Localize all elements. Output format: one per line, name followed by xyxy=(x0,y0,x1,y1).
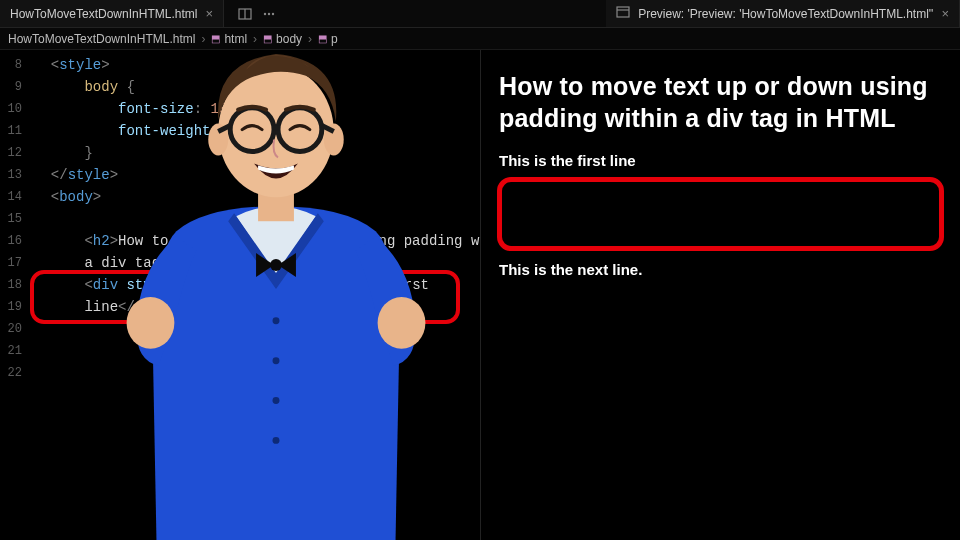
svg-point-3 xyxy=(268,12,270,14)
symbol-icon: ⬒ xyxy=(263,33,272,44)
chevron-right-icon: › xyxy=(253,32,257,46)
preview-line-2: This is the next line. xyxy=(499,261,942,278)
editor-split-controls xyxy=(224,0,290,27)
close-icon[interactable]: × xyxy=(941,6,949,21)
svg-rect-5 xyxy=(617,7,629,17)
code-editor[interactable]: 8910 111213 141516 171819 202122 <style>… xyxy=(0,50,480,540)
highlight-box xyxy=(497,177,944,251)
close-icon[interactable]: × xyxy=(205,6,213,21)
chevron-right-icon: › xyxy=(201,32,205,46)
line-gutter: 8910 111213 141516 171819 202122 xyxy=(0,50,26,384)
breadcrumb-node[interactable]: ⬒html xyxy=(211,32,247,46)
symbol-icon: ⬒ xyxy=(318,33,327,44)
preview-line-1: This is the first line xyxy=(499,152,942,169)
more-icon[interactable] xyxy=(262,7,276,21)
tab-editor-label: HowToMoveTextDownInHTML.html xyxy=(10,7,197,21)
tab-bar: HowToMoveTextDownInHTML.html × Preview: … xyxy=(0,0,960,28)
breadcrumb-node[interactable]: ⬒p xyxy=(318,32,338,46)
breadcrumb: HowToMoveTextDownInHTML.html › ⬒html › ⬒… xyxy=(0,28,960,50)
preview-heading: How to move text up or down using paddin… xyxy=(499,70,942,134)
preview-pane: How to move text up or down using paddin… xyxy=(480,50,960,540)
preview-icon xyxy=(616,5,630,22)
split-icon[interactable] xyxy=(238,7,252,21)
tab-preview[interactable]: Preview: 'Preview: 'HowToMoveTextDownInH… xyxy=(606,0,960,27)
svg-point-2 xyxy=(264,12,266,14)
breadcrumb-file[interactable]: HowToMoveTextDownInHTML.html xyxy=(8,32,195,46)
code-body: <style> body { font-size: 18px; font-wei… xyxy=(34,54,476,318)
symbol-icon: ⬒ xyxy=(211,33,220,44)
svg-point-4 xyxy=(272,12,274,14)
app-root: HowToMoveTextDownInHTML.html × Preview: … xyxy=(0,0,960,540)
chevron-right-icon: › xyxy=(308,32,312,46)
tab-editor[interactable]: HowToMoveTextDownInHTML.html × xyxy=(0,0,224,27)
main-split: 8910 111213 141516 171819 202122 <style>… xyxy=(0,50,960,540)
breadcrumb-node[interactable]: ⬒body xyxy=(263,32,302,46)
tab-preview-label: Preview: 'Preview: 'HowToMoveTextDownInH… xyxy=(638,7,933,21)
